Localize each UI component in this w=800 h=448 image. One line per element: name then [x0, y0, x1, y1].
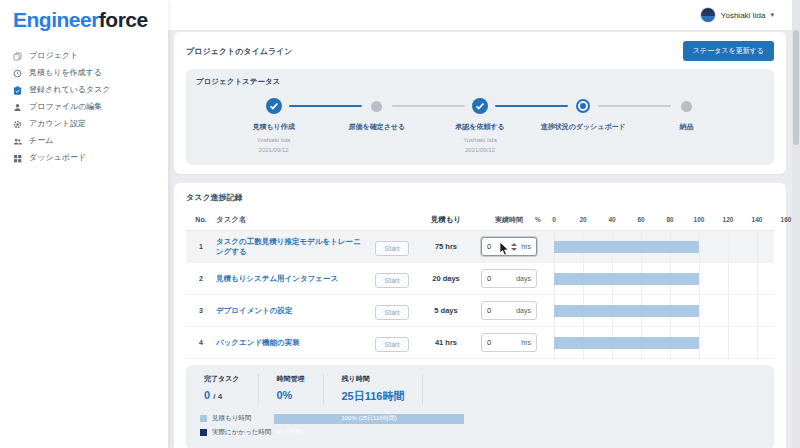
- actual-hours-input[interactable]: 0 hrs: [481, 237, 537, 256]
- step-label: 承認を依頼する: [428, 122, 531, 132]
- start-button[interactable]: Start: [375, 241, 410, 256]
- stat-time-management: 時間管理 0%: [259, 374, 324, 404]
- project-status-panel: プロジェクトステータス 見積もり作成 Yoshiaki Iida 2021/09…: [186, 69, 774, 165]
- sidebar-item-projects[interactable]: プロジェクト: [0, 47, 168, 64]
- step-meta: [532, 136, 635, 152]
- sidebar-item-edit-profile[interactable]: プロファイルの編集: [0, 98, 168, 115]
- gear-icon: [13, 115, 29, 133]
- main-content: プロジェクトのタイムライン ステータスを更新する プロジェクトステータス 見積も…: [168, 30, 800, 448]
- task-name-link[interactable]: タスクの工数見積り推定モデルをトレーニングする: [216, 237, 361, 256]
- actual-hours-input[interactable]: 0 days: [481, 301, 537, 320]
- user-avatar: [700, 7, 716, 23]
- input-unit: days: [516, 307, 531, 314]
- user-name: Yoshiaki Iida: [721, 11, 766, 20]
- chevron-down-icon: ▾: [770, 11, 774, 19]
- step-meta: [325, 136, 428, 152]
- task-name-link[interactable]: 見積もりシステム用インタフェース: [216, 274, 338, 283]
- axis-tick: 160: [781, 216, 792, 223]
- user-menu[interactable]: Yoshiaki Iida ▾: [700, 7, 774, 23]
- axis-tick: 80: [666, 216, 673, 223]
- step-owner: Yoshiaki Iida: [222, 136, 325, 146]
- task-card-title: タスク進捗記録: [186, 192, 774, 203]
- step-date: 2021/09/12: [222, 146, 325, 156]
- sidebar-item-label: プロジェクト: [29, 50, 78, 61]
- task-row: 3 デプロイメントの設定 Start 5 days 0 days: [186, 295, 774, 327]
- axis-tick: 120: [723, 216, 734, 223]
- legend-label: 見積もり時間: [212, 414, 274, 423]
- legend-row-estimate: 見積もり時間 100% (25日116時間): [200, 413, 760, 424]
- update-status-button[interactable]: ステータスを更新する: [683, 41, 774, 61]
- task-estimate: 20 days: [418, 274, 474, 283]
- status-panel-title: プロジェクトステータス: [196, 77, 764, 87]
- estimate-bar: [554, 241, 699, 253]
- sidebar-item-create-estimate[interactable]: 見積もりを作成する: [0, 64, 168, 81]
- step-delivery: 納品: [635, 97, 738, 155]
- scrollbar-thumb[interactable]: [793, 30, 799, 145]
- legend: 見積もり時間 100% (25日116時間) 実際にかかった時間 0% (0時間…: [200, 413, 760, 438]
- tasks-check-icon: [13, 81, 29, 99]
- task-row: 4 バックエンド機能の実装 Start 41 hrs 0 hrs: [186, 327, 774, 359]
- axis-tick: 20: [579, 216, 586, 223]
- number-stepper-icon[interactable]: [511, 243, 517, 251]
- task-name-link[interactable]: デプロイメントの設定: [216, 306, 292, 315]
- task-name-link[interactable]: バックエンド機能の実装: [216, 338, 300, 347]
- step-meta: Yoshiaki Iida 2021/09/12: [222, 136, 325, 155]
- status-stepper: 見積もり作成 Yoshiaki Iida 2021/09/12 原価を確定させる: [196, 97, 764, 155]
- step-label: 納品: [635, 122, 738, 132]
- axis-tick: 0: [552, 216, 556, 223]
- input-value: 0: [487, 338, 521, 347]
- axis-tick: 100: [694, 216, 705, 223]
- axis-tick: 40: [608, 216, 615, 223]
- actual-swatch-icon: [200, 429, 207, 436]
- start-button[interactable]: Start: [375, 273, 410, 288]
- column-task-name: タスク名: [216, 215, 366, 225]
- sidebar: Engineerforce プロジェクト 見積もりを作成する 登録されているタス…: [0, 0, 168, 448]
- task-estimate: 75 hrs: [418, 242, 474, 251]
- actual-hours-input[interactable]: 0 hrs: [481, 333, 537, 352]
- step-label: 見積もり作成: [222, 122, 325, 132]
- sidebar-item-team[interactable]: チーム: [0, 132, 168, 149]
- column-no: No.: [186, 216, 216, 223]
- stat-value: 25日116時間: [342, 389, 405, 404]
- logo-text-secondary: force: [99, 8, 148, 31]
- task-no: 1: [186, 243, 216, 250]
- sidebar-item-account-settings[interactable]: アカウント設定: [0, 115, 168, 132]
- sidebar-item-dashboard[interactable]: ダッシュボード: [0, 149, 168, 166]
- progress-track: [544, 231, 774, 262]
- task-estimate: 5 days: [418, 306, 474, 315]
- actual-hours-input[interactable]: 0 days: [481, 269, 537, 288]
- team-icon: [13, 132, 29, 150]
- task-row: 1 タスクの工数見積り推定モデルをトレーニングする Start 75 hrs 0…: [186, 231, 774, 263]
- input-unit: hrs: [521, 243, 531, 250]
- task-estimate: 41 hrs: [418, 338, 474, 347]
- estimate-bar: [554, 337, 699, 349]
- stat-label: 残り時間: [342, 374, 405, 384]
- sidebar-item-label: ダッシュボード: [29, 152, 86, 163]
- timeline-card-header: プロジェクトのタイムライン ステータスを更新する: [186, 41, 774, 61]
- projects-icon: [13, 47, 29, 65]
- step-pending-icon: [635, 97, 738, 115]
- vertical-scrollbar: [792, 0, 800, 448]
- step-meta: Yoshiaki Iida 2021/09/12: [428, 136, 531, 155]
- topbar: Yoshiaki Iida ▾: [168, 0, 800, 30]
- total-estimate-bar-label: 100% (25日116時間): [341, 414, 396, 423]
- sidebar-item-registered-tasks[interactable]: 登録されているタスク: [0, 81, 168, 98]
- column-estimate: 見積もり: [418, 215, 474, 225]
- start-button[interactable]: Start: [375, 337, 410, 352]
- input-unit: days: [516, 275, 531, 282]
- stat-value: 0%: [277, 389, 305, 401]
- app-logo: Engineerforce: [0, 0, 168, 31]
- total-estimate-bar: 100% (25日116時間): [274, 414, 464, 424]
- stat-total: / 4: [213, 392, 222, 401]
- sidebar-item-label: 見積もりを作成する: [29, 67, 102, 78]
- input-value: 0: [487, 274, 516, 283]
- progress-track: [544, 263, 774, 294]
- sidebar-nav: プロジェクト 見積もりを作成する 登録されているタスク プロファイルの編集 アカ…: [0, 47, 168, 166]
- percent-symbol: %: [535, 216, 541, 223]
- stat-label: 時間管理: [277, 374, 305, 384]
- start-button[interactable]: Start: [375, 305, 410, 320]
- step-label: 原価を確定させる: [325, 122, 428, 132]
- stat-completed-tasks: 完了タスク 0 / 4: [200, 374, 259, 404]
- dashboard-grid-icon: [13, 149, 29, 167]
- axis-tick: 140: [752, 216, 763, 223]
